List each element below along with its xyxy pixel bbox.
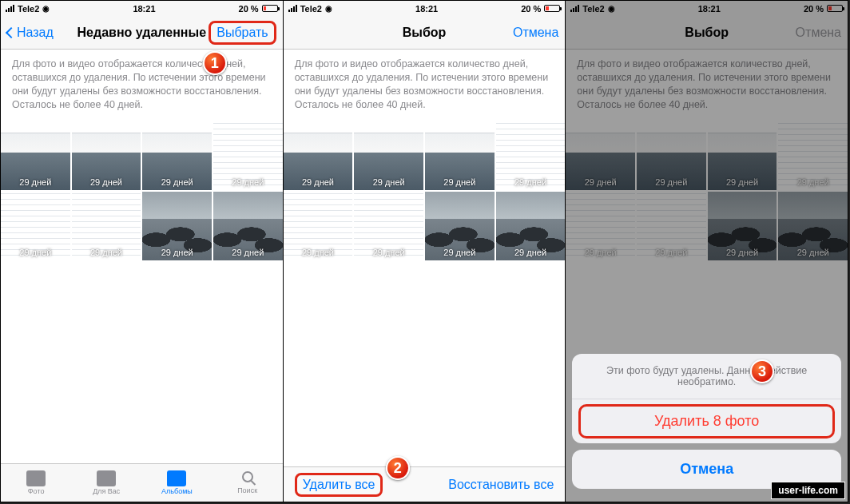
back-button[interactable]: Назад (7, 26, 54, 40)
bottom-toolbar: Удалить все Восстановить все (284, 466, 566, 502)
status-bar: Tele2 ◉ 18:21 20 % (284, 1, 566, 16)
cancel-button[interactable]: Отмена (513, 26, 558, 40)
tab-foryou[interactable]: Для Вас (71, 464, 141, 502)
battery-icon (544, 5, 560, 12)
screen-action-sheet: Tele2 ◉ 18:21 20 % Выбор Отмена Для фото… (566, 1, 848, 502)
photo-thumb[interactable]: 29 дней (142, 121, 212, 190)
photo-thumb[interactable]: 29 дней (425, 192, 495, 260)
search-icon (242, 471, 253, 482)
signal-icon (6, 5, 14, 12)
battery-pct: 20 % (239, 4, 259, 14)
status-time: 18:21 (698, 4, 721, 14)
nav-bar: Выбор Отмена (566, 16, 848, 50)
status-time: 18:21 (133, 4, 155, 14)
photo-thumb[interactable]: 29 дней (496, 192, 566, 260)
tab-photo[interactable]: Фото (1, 464, 71, 502)
screen-recently-deleted: Tele2 ◉ 18:21 20 % Назад Недавно удаленн… (1, 1, 283, 502)
status-bar: Tele2 ◉ 18:21 20 % (566, 1, 848, 16)
tab-bar: Фото Для Вас Альбомы Поиск (1, 463, 283, 502)
wifi-icon: ◉ (42, 4, 50, 13)
photo-thumb: 29 дней (566, 121, 635, 190)
photo-grid: 29 дней 29 дней 29 дней 29 дней 29 дней … (1, 121, 283, 260)
photo-thumb[interactable]: 29 дней (142, 192, 212, 260)
photo-thumb[interactable]: 29 дней (213, 121, 283, 190)
photo-thumb[interactable]: 29 дней (284, 121, 353, 190)
screen-selection: Tele2 ◉ 18:21 20 % Выбор Отмена Для фото… (284, 1, 566, 502)
cancel-button[interactable]: Отмена (796, 26, 841, 40)
photo-thumb: 29 дней (708, 121, 777, 190)
photo-grid: 29 дней 29 дней 29 дней 29 дней 29 дней … (566, 121, 848, 260)
photo-thumb[interactable]: 29 дней (72, 121, 141, 190)
photo-thumb: 29 дней (778, 121, 848, 190)
photo-thumb: 29 дней (566, 192, 635, 260)
signal-icon (288, 5, 297, 12)
status-time: 18:21 (415, 4, 438, 14)
photo-thumb[interactable]: 29 дней (354, 121, 423, 190)
battery-icon (827, 5, 843, 12)
delete-all-button[interactable]: Удалить все (303, 478, 375, 491)
wifi-icon: ◉ (608, 4, 615, 13)
action-sheet: Эти фото будут удалены. Данное действие … (572, 354, 841, 495)
photo-thumb[interactable]: 29 дней (425, 121, 495, 190)
photo-thumb[interactable]: 29 дней (72, 192, 141, 260)
watermark: user-life.com (771, 482, 845, 499)
signal-icon (570, 5, 579, 12)
tab-albums[interactable]: Альбомы (141, 464, 212, 502)
battery-pct: 20 % (521, 4, 541, 14)
nav-bar: Выбор Отмена (284, 16, 566, 50)
delete-photos-button[interactable]: Удалить 8 фото (578, 404, 835, 439)
battery-icon (262, 5, 278, 12)
carrier-label: Tele2 (18, 4, 39, 14)
delete-all-highlight: Удалить все (295, 473, 383, 497)
info-text: Для фото и видео отображается количество… (284, 50, 566, 121)
photo-thumb: 29 дней (637, 192, 706, 260)
carrier-label: Tele2 (300, 4, 322, 14)
nav-bar: Назад Недавно удаленные Выбрать (1, 16, 283, 50)
select-button[interactable]: Выбрать (216, 26, 268, 39)
photo-thumb[interactable]: 29 дней (284, 192, 353, 260)
photo-thumb[interactable]: 29 дней (354, 192, 423, 260)
photo-thumb: 29 дней (778, 192, 848, 260)
photo-thumb[interactable]: 29 дней (1, 192, 70, 260)
battery-pct: 20 % (804, 4, 824, 14)
photo-thumb[interactable]: 29 дней (1, 121, 70, 190)
step-badge-1: 1 (203, 51, 227, 75)
wifi-icon: ◉ (325, 4, 332, 13)
status-bar: Tele2 ◉ 18:21 20 % (1, 1, 283, 16)
info-text: Для фото и видео отображается количество… (566, 50, 848, 121)
photo-thumb: 29 дней (708, 192, 777, 260)
restore-all-button[interactable]: Восстановить все (448, 478, 554, 492)
photo-thumb: 29 дней (637, 121, 706, 190)
info-text: Для фото и видео отображается количество… (1, 50, 283, 121)
tab-search[interactable]: Поиск (212, 464, 283, 502)
foryou-icon (97, 470, 116, 486)
step-badge-2: 2 (386, 456, 410, 480)
select-button-highlight: Выбрать (209, 21, 276, 45)
photos-icon (26, 470, 46, 486)
albums-icon (167, 470, 186, 486)
sheet-message: Эти фото будут удалены. Данное действие … (572, 354, 841, 399)
photo-grid: 29 дней 29 дней 29 дней 29 дней 29 дней … (284, 121, 566, 260)
step-badge-3: 3 (750, 359, 774, 383)
carrier-label: Tele2 (582, 4, 604, 14)
photo-thumb[interactable]: 29 дней (496, 121, 566, 190)
photo-thumb[interactable]: 29 дней (213, 192, 283, 260)
